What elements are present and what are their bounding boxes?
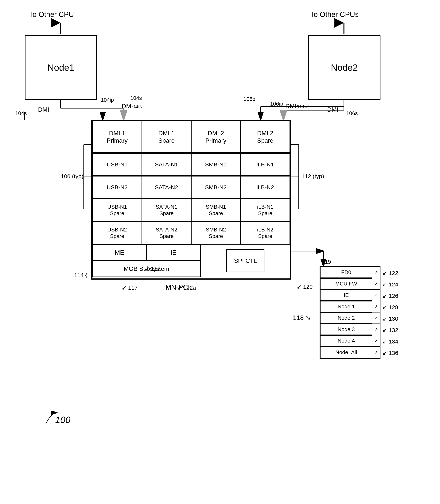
mcufw-cell: MCU FW (320, 278, 372, 289)
node1-top-label: To Other CPU (29, 11, 74, 19)
node1-label: Node1 (47, 62, 74, 73)
dmi-label-node1: DMI (38, 106, 49, 113)
ie-cell: IE (147, 245, 201, 260)
dmi2-primary: DMI 2Primary (191, 121, 241, 153)
ref-104s-left: 104s (15, 110, 27, 116)
node3-flash-ref: ↗ (372, 324, 380, 335)
flash-box: FD0 ↗ MCU FW ↗ IE ↗ Node 1 ↗ Node 2 ↗ No… (320, 266, 381, 359)
node2-flash-ref: ↗ (372, 313, 380, 324)
node2-flash-cell: Node 2 (320, 313, 372, 324)
ref-130: ↙ 130 (382, 315, 398, 322)
node2-top-label: To Other CPUs (310, 11, 359, 19)
ref-106is: 106is (297, 104, 310, 110)
ref-114: 114 { (74, 272, 87, 278)
node3-flash-cell: Node 3 (320, 324, 372, 335)
dmi1-primary: DMI 1Primary (93, 121, 142, 153)
ref-119: 119 (321, 259, 331, 265)
node1-box: Node1 (25, 35, 97, 100)
sata-n1-spare: SATA-N1Spare (142, 199, 191, 221)
figure-arrow (44, 411, 59, 426)
ref-117: ↙ 117 (122, 284, 138, 291)
smb-n2-spare: SMB-N2Spare (191, 222, 241, 244)
fd0-ref: ↗ (372, 267, 380, 278)
usb-n2: USB-N2 (93, 176, 142, 199)
fd0-cell: FD0 (320, 267, 372, 278)
dmi1-spare: DMI 1Spare (142, 121, 191, 153)
ref-106p: 106p (244, 96, 255, 102)
node4-flash-cell: Node 4 (320, 335, 372, 346)
sata-n2-spare: SATA-N2Spare (142, 222, 191, 244)
ie-flash-cell: IE (320, 290, 372, 301)
smb-n1-spare: SMB-N1Spare (191, 199, 241, 221)
nodeall-flash-cell: Node_All (320, 347, 372, 358)
ref-134: ↙ 134 (382, 338, 398, 345)
ilb-n2-spare: iLB-N2Spare (241, 222, 290, 244)
me-cell: ME (93, 245, 147, 260)
ref-116: ↙ 116 (145, 265, 160, 272)
node2-label: Node2 (331, 62, 358, 73)
sata-n1: SATA-N1 (142, 153, 191, 176)
ref-104is: 104is (129, 104, 142, 110)
usb-n1: USB-N1 (93, 153, 142, 176)
ref-104s-right: 104s (130, 95, 142, 101)
mcufw-ref: ↗ (372, 278, 380, 289)
usb-n1-spare: USB-N1Spare (93, 199, 142, 221)
dmi2-spare: DMI 2Spare (241, 121, 290, 153)
label-112-typ: 112 (typ) (302, 173, 324, 179)
ref-118: 118 ➘ (293, 314, 311, 321)
sata-n2: SATA-N2 (142, 176, 191, 199)
ie-flash-ref: ↗ (372, 290, 380, 301)
ref-124: ↙ 124 (382, 281, 398, 288)
smb-n1: SMB-N1 (191, 153, 241, 176)
ref-106ip: 106ip (270, 101, 283, 107)
ref-136: ↙ 136 (382, 350, 398, 356)
node1-flash-ref: ↗ (372, 301, 380, 312)
ref-128: ↙ 128 (382, 304, 398, 311)
spi-ctl-box: SPI CTL (226, 249, 264, 272)
ref-104ip: 104ip (101, 97, 114, 103)
label-106-typ: 106 (typ) (61, 173, 83, 179)
dmi-label-pch2: DMI (327, 106, 338, 113)
ref-106s-right: 106s (346, 110, 358, 116)
ref-132: ↙ 132 (382, 327, 398, 333)
ref-122: ↙ 122 (382, 270, 398, 276)
ref-120: ↙ 120 (297, 283, 313, 290)
usb-n2-spare: USB-N2Spare (93, 222, 142, 244)
ilb-n1: iLB-N1 (241, 153, 290, 176)
ref-126: ↙ 126 (382, 293, 398, 299)
ilb-n2: iLB-N2 (241, 176, 290, 199)
ilb-n1-spare: iLB-N1Spare (241, 199, 290, 221)
diagram: Node1 To Other CPU Node2 To Other CPUs D… (0, 0, 440, 504)
node2-box: Node2 (308, 35, 381, 100)
figure-number: 100 (55, 415, 70, 425)
ref-102a: ↙ 102a (177, 284, 196, 291)
node1-flash-cell: Node 1 (320, 301, 372, 312)
pch-main-box: DMI 1Primary DMI 1Spare DMI 2Primary DMI… (91, 120, 291, 280)
nodeall-flash-ref: ↗ (372, 347, 380, 358)
smb-n2: SMB-N2 (191, 176, 241, 199)
dmi-label-node2: DMI (285, 103, 297, 110)
node4-flash-ref: ↗ (372, 335, 380, 346)
